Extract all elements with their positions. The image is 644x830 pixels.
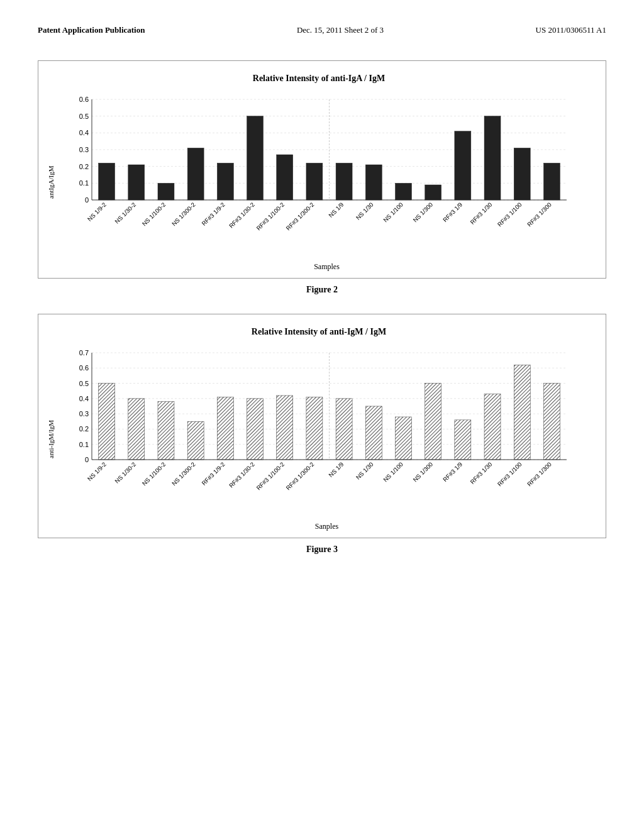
svg-text:RF#3 1/100: RF#3 1/100 bbox=[496, 201, 523, 228]
svg-rect-68 bbox=[99, 384, 115, 460]
svg-text:NS 1/100-2: NS 1/100-2 bbox=[141, 201, 167, 228]
svg-text:0.7: 0.7 bbox=[79, 349, 89, 357]
figure2-label: Figure 2 bbox=[38, 285, 606, 295]
svg-rect-94 bbox=[484, 394, 501, 460]
svg-text:NS 1/30: NS 1/30 bbox=[355, 461, 375, 481]
figure2-title: Relative Intensity of anti-IgA / IgM bbox=[45, 74, 593, 84]
figure2-container: Relative Intensity of anti-IgA / IgM ant… bbox=[38, 60, 606, 295]
svg-rect-88 bbox=[395, 417, 411, 460]
svg-rect-76 bbox=[217, 397, 233, 460]
figure2-chart-area: antIgA/IgM 00.10.20.30.40.50.6NS 1/9-2NS… bbox=[45, 93, 593, 272]
figure3-chart-area: anti-IgM/IgM 00.10.20.30.40.50.60.7NS 1/… bbox=[45, 346, 593, 531]
svg-text:RF#3 1/300: RF#3 1/300 bbox=[526, 461, 553, 488]
svg-rect-90 bbox=[425, 384, 441, 460]
svg-rect-98 bbox=[543, 384, 560, 460]
figure2-svg: 00.10.20.30.40.50.6NS 1/9-2NS 1/30-2NS 1… bbox=[60, 93, 576, 257]
header-right: US 2011/0306511 A1 bbox=[536, 25, 606, 35]
svg-text:0.5: 0.5 bbox=[79, 380, 89, 387]
svg-text:0.5: 0.5 bbox=[79, 113, 89, 120]
svg-rect-22 bbox=[187, 148, 204, 200]
svg-rect-74 bbox=[187, 421, 204, 460]
svg-text:NS 1/9-2: NS 1/9-2 bbox=[86, 461, 108, 482]
figure3-label: Figure 3 bbox=[38, 545, 606, 555]
page: Patent Application Publication Dec. 15, … bbox=[0, 0, 644, 830]
svg-text:RF#3 1/100-2: RF#3 1/100-2 bbox=[255, 201, 286, 232]
figure3-title: Relative Intensity of anti-IgM / IgM bbox=[45, 327, 593, 337]
svg-rect-18 bbox=[128, 165, 145, 200]
svg-text:NS 1/300: NS 1/300 bbox=[411, 201, 434, 224]
figure3-chart-inner: 00.10.20.30.40.50.60.7NS 1/9-2NS 1/30-2N… bbox=[60, 346, 593, 531]
svg-text:NS 1/9: NS 1/9 bbox=[327, 461, 345, 479]
svg-text:0.1: 0.1 bbox=[79, 441, 89, 448]
svg-rect-86 bbox=[365, 406, 382, 460]
svg-text:0: 0 bbox=[85, 196, 89, 204]
svg-text:0.1: 0.1 bbox=[79, 179, 89, 187]
svg-rect-82 bbox=[306, 397, 323, 460]
page-header: Patent Application Publication Dec. 15, … bbox=[38, 25, 606, 35]
svg-text:NS 1/100-2: NS 1/100-2 bbox=[141, 461, 167, 487]
svg-text:RF#3 1/300-2: RF#3 1/300-2 bbox=[284, 461, 315, 492]
svg-rect-26 bbox=[247, 116, 264, 200]
svg-rect-30 bbox=[306, 163, 323, 200]
svg-text:0.2: 0.2 bbox=[79, 163, 89, 170]
header-left: Patent Application Publication bbox=[38, 25, 145, 35]
svg-text:RF#3 1/9-2: RF#3 1/9-2 bbox=[200, 461, 226, 487]
svg-text:RF#3 1/300: RF#3 1/300 bbox=[526, 201, 553, 228]
svg-text:NS 1/300-2: NS 1/300-2 bbox=[170, 461, 197, 487]
svg-text:RF#3 1/30: RF#3 1/30 bbox=[469, 461, 493, 485]
svg-text:RF#3 1/9-2: RF#3 1/9-2 bbox=[200, 201, 226, 227]
svg-text:RF#3 1/9: RF#3 1/9 bbox=[441, 461, 464, 483]
svg-text:NS 1/30: NS 1/30 bbox=[355, 201, 375, 221]
svg-text:NS 1/100: NS 1/100 bbox=[382, 201, 404, 224]
svg-rect-16 bbox=[99, 163, 115, 200]
svg-text:0.2: 0.2 bbox=[79, 425, 89, 433]
figure2-x-label: Samples bbox=[60, 262, 593, 272]
svg-text:RF#3 1/300-2: RF#3 1/300-2 bbox=[284, 201, 315, 232]
figure3-x-label: Sanples bbox=[60, 522, 593, 531]
svg-rect-84 bbox=[336, 399, 352, 460]
svg-text:NS 1/300: NS 1/300 bbox=[411, 461, 434, 484]
figure3-chart-box: Relative Intensity of anti-IgM / IgM ant… bbox=[38, 314, 606, 538]
svg-text:RF#3 1/100: RF#3 1/100 bbox=[496, 461, 523, 488]
svg-text:NS 1/100: NS 1/100 bbox=[382, 461, 404, 484]
svg-rect-72 bbox=[158, 402, 174, 460]
svg-rect-40 bbox=[455, 131, 471, 200]
svg-text:0.6: 0.6 bbox=[79, 364, 89, 372]
svg-text:0.3: 0.3 bbox=[79, 146, 89, 153]
svg-rect-34 bbox=[365, 165, 382, 200]
figure2-chart-inner: 00.10.20.30.40.50.6NS 1/9-2NS 1/30-2NS 1… bbox=[60, 93, 593, 272]
header-center: Dec. 15, 2011 Sheet 2 of 3 bbox=[297, 25, 384, 35]
svg-rect-80 bbox=[277, 396, 293, 460]
svg-text:RF#3 1/30: RF#3 1/30 bbox=[469, 201, 493, 226]
svg-text:NS 1/9-2: NS 1/9-2 bbox=[86, 201, 108, 223]
svg-rect-96 bbox=[514, 365, 530, 460]
figure3-container: Relative Intensity of anti-IgM / IgM ant… bbox=[38, 314, 606, 555]
svg-text:0: 0 bbox=[85, 456, 89, 463]
svg-text:NS 1/9: NS 1/9 bbox=[327, 201, 345, 219]
svg-text:NS 1/30-2: NS 1/30-2 bbox=[113, 461, 137, 485]
svg-rect-28 bbox=[277, 155, 293, 200]
svg-text:NS 1/30-2: NS 1/30-2 bbox=[113, 201, 137, 225]
svg-rect-92 bbox=[455, 420, 471, 460]
figure2-y-label: antIgA/IgM bbox=[45, 93, 57, 272]
svg-text:RF#3 1/30-2: RF#3 1/30-2 bbox=[228, 461, 256, 489]
svg-rect-24 bbox=[217, 163, 233, 200]
svg-text:RF#3 1/9: RF#3 1/9 bbox=[441, 201, 464, 223]
svg-rect-78 bbox=[247, 399, 264, 460]
svg-rect-20 bbox=[158, 183, 174, 200]
figure3-svg: 00.10.20.30.40.50.60.7NS 1/9-2NS 1/30-2N… bbox=[60, 346, 576, 516]
svg-text:NS 1/300-2: NS 1/300-2 bbox=[170, 201, 197, 228]
svg-text:0.6: 0.6 bbox=[79, 96, 89, 103]
svg-rect-38 bbox=[425, 185, 441, 200]
svg-text:RF#3 1/100-2: RF#3 1/100-2 bbox=[255, 461, 286, 492]
figure3-y-label: anti-IgM/IgM bbox=[45, 346, 57, 531]
svg-rect-32 bbox=[336, 163, 352, 200]
svg-rect-44 bbox=[514, 148, 530, 200]
svg-rect-46 bbox=[543, 163, 560, 200]
svg-text:RF#3 1/30-2: RF#3 1/30-2 bbox=[228, 201, 256, 230]
figure2-chart-box: Relative Intensity of anti-IgA / IgM ant… bbox=[38, 60, 606, 279]
svg-rect-70 bbox=[128, 399, 145, 460]
svg-rect-42 bbox=[484, 116, 501, 200]
svg-text:0.4: 0.4 bbox=[79, 129, 89, 136]
svg-rect-36 bbox=[395, 183, 411, 200]
